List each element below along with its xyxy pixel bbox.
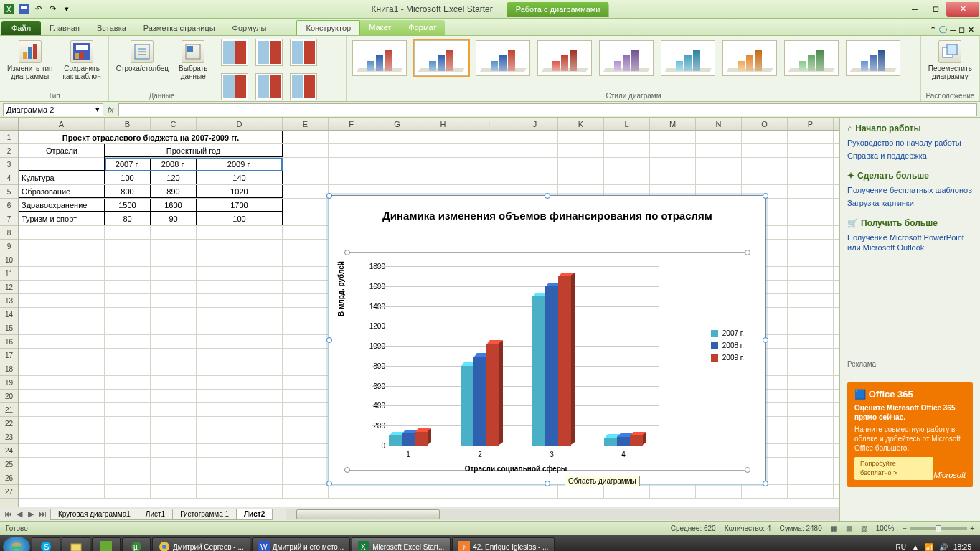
formula-input[interactable] [118, 103, 977, 116]
zoom-level[interactable]: 100% [876, 524, 895, 532]
chart-bar[interactable] [604, 438, 617, 446]
row-header[interactable]: 1 [0, 131, 18, 144]
row-header[interactable]: 12 [0, 281, 18, 294]
chart-object[interactable]: Динамика изменения объемов финансировани… [329, 195, 766, 484]
chart-bar[interactable] [461, 366, 473, 446]
tray-lang[interactable]: RU [896, 543, 906, 551]
plot-area[interactable]: Отрасли социальной сферы 1234 [372, 266, 659, 446]
taskbar-app[interactable] [92, 537, 121, 551]
legend-item[interactable]: 2007 г. [711, 329, 744, 337]
panel-link[interactable]: Руководство по началу работы [847, 138, 973, 148]
row-header[interactable]: 5 [0, 185, 18, 199]
last-sheet-icon[interactable]: ⏭ [37, 509, 47, 519]
row-header[interactable]: 16 [0, 335, 18, 349]
tray-network-icon[interactable]: 📶 [925, 543, 933, 551]
column-header[interactable]: C [151, 118, 197, 130]
resize-handle[interactable] [326, 193, 332, 199]
window-minimize-icon[interactable]: ─ [950, 26, 956, 34]
chart-style-preset[interactable] [661, 40, 715, 76]
row-header[interactable]: 25 [0, 458, 18, 471]
save-as-template-button[interactable]: Сохранить как шаблон [60, 37, 103, 83]
sheet-tab[interactable]: Лист2 [236, 509, 273, 520]
row-header[interactable]: 18 [0, 362, 18, 376]
column-header[interactable]: G [374, 118, 420, 130]
column-header[interactable]: E [283, 118, 329, 130]
column-header[interactable]: J [512, 118, 558, 130]
row-header[interactable]: 10 [0, 253, 18, 267]
column-header[interactable]: K [558, 118, 604, 130]
chart-title[interactable]: Динамика изменения объемов финансировани… [329, 196, 765, 223]
zoom-in-button[interactable]: + [970, 524, 974, 532]
row-header[interactable]: 14 [0, 308, 18, 321]
tab-insert[interactable]: Вставка [88, 21, 135, 35]
resize-handle[interactable] [344, 250, 350, 255]
chart-style-preset[interactable] [846, 40, 900, 76]
row-header[interactable]: 22 [0, 417, 18, 430]
column-header[interactable]: N [696, 118, 742, 130]
redo-icon[interactable]: ↷ [46, 3, 59, 16]
row-header[interactable]: 20 [0, 390, 18, 403]
view-break-icon[interactable]: ▧ [861, 524, 867, 532]
next-sheet-icon[interactable]: ▶ [26, 509, 36, 519]
chart-bar[interactable] [486, 344, 499, 446]
resize-handle[interactable] [745, 467, 750, 473]
save-icon[interactable] [17, 3, 30, 16]
column-header[interactable]: I [466, 118, 512, 130]
scrollbar-thumb[interactable] [296, 509, 440, 519]
tray-clock[interactable]: 18:25 [953, 543, 971, 551]
resize-handle[interactable] [545, 193, 550, 199]
resize-handle[interactable] [745, 250, 750, 255]
fx-icon[interactable]: fx [103, 105, 118, 114]
resize-handle[interactable] [326, 337, 332, 343]
chart-bar[interactable] [617, 437, 630, 446]
ad-cta-button[interactable]: Попробуйте бесплатно > [854, 457, 933, 480]
chart-layout-preset[interactable] [255, 73, 283, 100]
row-header[interactable]: 26 [0, 471, 18, 485]
legend-item[interactable]: 2008 г. [711, 342, 744, 349]
y-axis-label[interactable]: В млрд. рублей [337, 261, 345, 316]
start-button[interactable] [3, 537, 30, 551]
switch-row-column-button[interactable]: Строка/столбец [113, 37, 171, 75]
taskbar-app-button[interactable]: ♪42. Enrique Iglesias - ... [452, 537, 555, 551]
tray-volume-icon[interactable]: 🔊 [939, 543, 948, 551]
resize-handle[interactable] [326, 481, 332, 486]
chart-style-preset[interactable] [537, 40, 592, 76]
qat-dropdown-icon[interactable]: ▾ [60, 3, 73, 16]
tab-design[interactable]: Конструктор [296, 20, 360, 35]
panel-link[interactable]: Получение бесплатных шаблонов [847, 185, 973, 195]
column-header[interactable]: O [742, 118, 788, 130]
chevron-down-icon[interactable]: ▾ [95, 105, 100, 114]
chart-bar[interactable] [545, 286, 558, 446]
close-button[interactable]: ✕ [946, 2, 979, 17]
resize-handle[interactable] [763, 481, 768, 486]
row-header[interactable]: 2 [0, 144, 18, 158]
row-header[interactable]: 23 [0, 430, 18, 444]
tab-page-layout[interactable]: Разметка страницы [135, 21, 224, 35]
minimize-button[interactable]: ─ [905, 2, 925, 17]
minimize-ribbon-icon[interactable]: ⌃ [930, 25, 936, 34]
row-header[interactable]: 24 [0, 444, 18, 458]
resize-handle[interactable] [763, 337, 768, 343]
tab-formulas[interactable]: Формулы [224, 21, 275, 35]
chart-style-preset[interactable] [784, 40, 839, 76]
horizontal-scrollbar[interactable] [286, 509, 839, 520]
maximize-button[interactable]: ◻ [925, 2, 946, 17]
tab-file[interactable]: Файл [1, 21, 41, 35]
window-close-icon[interactable]: ✕ [968, 25, 974, 34]
chart-bar[interactable] [402, 433, 415, 446]
resize-handle[interactable] [763, 193, 768, 199]
chart-bar[interactable] [532, 296, 545, 446]
row-header[interactable]: 27 [0, 485, 18, 499]
panel-link[interactable]: Получение Microsoft PowerPoint или Micro… [847, 232, 973, 253]
row-header[interactable]: 11 [0, 267, 18, 281]
taskbar-explorer[interactable] [62, 537, 90, 551]
first-sheet-icon[interactable]: ⏮ [3, 509, 13, 519]
column-header[interactable]: L [604, 118, 650, 130]
panel-link[interactable]: Загрузка картинки [847, 198, 973, 208]
chart-bar[interactable] [415, 432, 428, 446]
column-header[interactable]: F [329, 118, 374, 130]
legend-item[interactable]: 2009 г. [711, 354, 744, 362]
taskbar-app-button[interactable]: XMicrosoft Excel Start... [352, 537, 451, 551]
zoom-slider[interactable] [910, 527, 967, 530]
taskbar-app-button[interactable]: Дмитрий Сергеев - ... [152, 537, 250, 551]
